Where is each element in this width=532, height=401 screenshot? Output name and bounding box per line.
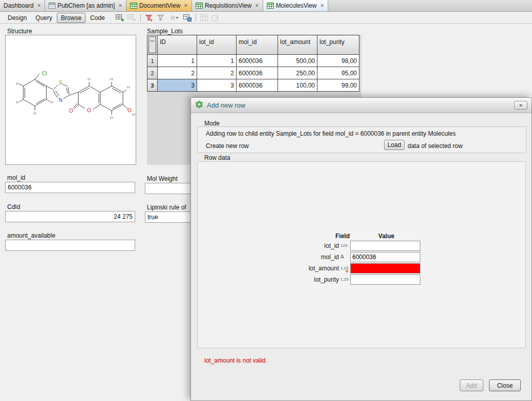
sample-lots-table: ... ID lot_id mol_id lot_amount lot_puri… [147,35,359,92]
atom-labels: Cl S N O O O H H H H H H H H H [16,71,135,120]
remove-widget-icon[interactable] [126,13,138,23]
field-label: lot_id [198,242,339,249]
insert-widget-icon[interactable] [115,13,126,23]
o-atom-label: O [127,108,132,113]
mol-id-value-input[interactable] [350,252,420,262]
value-column-header: Value [351,233,421,240]
cell-lot-id[interactable]: 2 [197,67,237,79]
design-mode-button[interactable]: Design [4,13,31,23]
cell-lot-amount[interactable]: 100,00 [278,79,317,92]
toolbar-separator [196,14,196,22]
cell-lot-amount[interactable]: 500,00 [278,55,317,67]
field-label: lot_purity [198,276,339,283]
field-column-header: Field [198,233,350,240]
cell-lot-purity[interactable]: 98,00 [317,55,359,67]
filter-icon[interactable] [143,13,155,23]
load-suffix-label: data of selected row [408,142,462,150]
tab-label: MoleculesView [276,2,317,9]
lot-purity-value-input[interactable] [350,275,420,285]
warning-dot-icon [346,270,348,272]
tab-pubchem[interactable]: PubChem [as admin] ✕ [45,0,126,11]
decimal-type-icon: 1,23 [339,278,350,282]
export-icon[interactable] [210,13,222,23]
browse-mode-button[interactable]: Browse [57,13,86,23]
column-header-id[interactable]: ID [158,35,197,55]
cell-mol-id[interactable]: 6000036 [237,67,278,79]
close-icon[interactable]: ✕ [118,3,122,8]
cdid-field[interactable] [5,211,135,222]
column-header-lot-amount[interactable]: lot_amount [278,35,317,55]
dialog-close-button[interactable]: ✕ [514,101,527,110]
view-toolbar: Design Query Browse Code ☆▾ [0,12,532,24]
tab-documentview[interactable]: DocumentView ✕ [126,0,192,11]
s-atom-label: S [59,80,62,86]
integer-type-icon: 123 [339,244,350,248]
h-atom-label: H [88,77,91,81]
row-data-table: Field Value lot_id 123 mol_id A lot_amou… [198,233,525,285]
cell-lot-id[interactable]: 1 [197,55,237,67]
query-mode-button[interactable]: Query [31,13,56,23]
cell-lot-id[interactable]: 3 [197,79,237,92]
add-new-row-dialog: Add new row ✕ Mode Adding row to child e… [190,97,532,401]
table-row: 1 1 1 6000036 500,00 98,00 [147,55,359,67]
mol-id-field[interactable] [5,182,135,193]
close-icon[interactable]: ✕ [255,3,259,8]
lot-amount-value-input[interactable] [350,263,420,273]
load-button[interactable]: Load [384,140,405,150]
dialog-titlebar[interactable]: Add new row ✕ [191,98,531,113]
toolbar-separator [140,14,141,22]
close-icon[interactable]: ✕ [37,3,41,8]
chevron-down-icon: ▾ [176,15,178,20]
mode-description: Adding row to child entity Sample_Lots f… [206,130,456,137]
row-header[interactable]: 2 [147,67,158,79]
cell-lot-purity[interactable]: 95,00 [317,67,359,79]
h-atom-label: H [16,81,19,86]
header-row: ... ID lot_id mol_id lot_amount lot_puri… [147,35,359,55]
h-atom-label: H [50,100,53,104]
column-header-lot-id[interactable]: lot_id [197,35,237,55]
cell-id-selected[interactable]: 3 [158,79,197,92]
form-search-icon[interactable] [182,13,193,23]
n-atom-label: N [58,97,62,103]
row-header[interactable]: 1 [147,55,158,67]
tab-moleculesview[interactable]: MoleculesView ✕ [263,0,328,11]
amount-available-field[interactable] [5,240,135,251]
tab-label: PubChem [as admin] [57,2,115,9]
create-new-row-label: Create new row [206,142,249,150]
grid-tool-icon[interactable] [199,13,210,23]
cell-mol-id[interactable]: 6000036 [237,55,278,67]
field-row-lot-id: lot_id 123 [198,240,525,251]
tab-dashboard[interactable]: Dashboard ✕ [0,0,45,11]
tab-label: DocumentView [139,2,180,9]
tab-requisitionsview[interactable]: RequisitionsView ✕ [192,0,263,11]
lot-id-value-input[interactable] [350,241,420,251]
cell-lot-purity[interactable]: 99,00 [317,79,359,92]
clear-filter-icon[interactable] [155,13,166,23]
corner-cell[interactable]: ... [147,35,158,55]
sample-lots-label: Sample_Lots [147,28,183,35]
row-data-group-label: Row data [204,154,230,161]
mode-group-label: Mode [204,120,220,127]
close-button[interactable]: Close [489,379,521,391]
close-icon[interactable]: ✕ [320,3,324,8]
close-icon[interactable]: ✕ [184,3,188,8]
code-mode-button[interactable]: Code [86,13,109,23]
table-row-selected: 3 3 3 6000036 100,00 99,00 [147,79,359,92]
column-header-lot-purity[interactable]: lot_purity [317,35,359,55]
add-button[interactable]: Add [460,379,483,391]
row-header[interactable]: 3 [147,79,158,92]
field-label: lot_amount [198,265,339,272]
table-options-button[interactable]: ... [148,36,156,53]
favorites-icon[interactable]: ☆▾ [167,13,181,23]
cell-lot-amount[interactable]: 250,00 [278,67,317,79]
cell-id[interactable]: 2 [158,67,197,79]
field-row-lot-amount: lot_amount 1,23 [198,263,525,274]
h-atom-label: H [110,77,113,81]
cell-mol-id[interactable]: 6000036 [237,79,278,92]
structure-viewer[interactable]: Cl S N O O O H H H H H H H H H [5,35,136,165]
column-header-mol-id[interactable]: mol_id [237,35,278,55]
cdid-label: CdId [7,203,20,210]
mol-weight-label: Mol Weight [147,175,178,182]
h-atom-label: H [132,112,135,117]
cell-id[interactable]: 1 [158,55,197,67]
